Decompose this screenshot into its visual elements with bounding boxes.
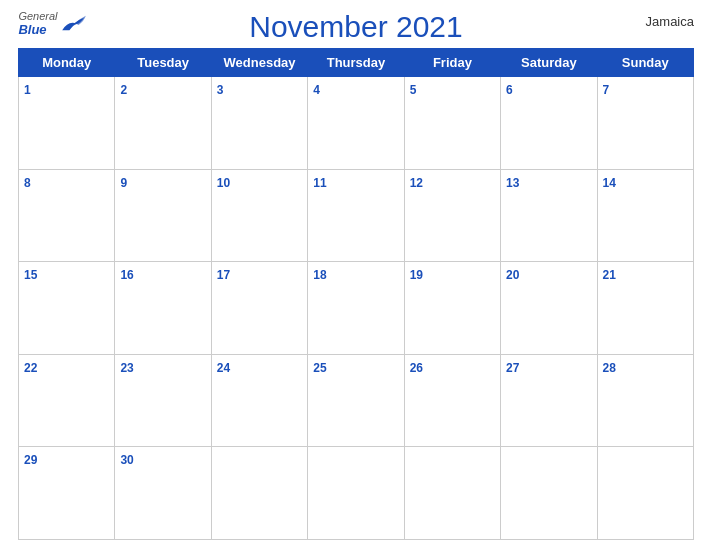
calendar-cell: 7 [597,77,693,170]
day-number: 10 [217,176,230,190]
weekday-header-saturday: Saturday [501,49,597,77]
day-number: 7 [603,83,610,97]
calendar-cell: 29 [19,447,115,540]
calendar-cell: 18 [308,262,404,355]
weekday-header-friday: Friday [404,49,500,77]
logo-blue-text: Blue [18,22,57,37]
weekday-header-tuesday: Tuesday [115,49,211,77]
day-number: 30 [120,453,133,467]
calendar-cell: 1 [19,77,115,170]
country-label: Jamaica [646,14,694,29]
calendar-cell: 12 [404,169,500,262]
calendar-cell: 3 [211,77,307,170]
day-number: 29 [24,453,37,467]
day-number: 6 [506,83,513,97]
calendar-cell [211,447,307,540]
calendar-cell: 16 [115,262,211,355]
weekday-header-thursday: Thursday [308,49,404,77]
calendar-cell: 9 [115,169,211,262]
day-number: 23 [120,361,133,375]
calendar-cell: 23 [115,354,211,447]
day-number: 12 [410,176,423,190]
day-number: 1 [24,83,31,97]
day-number: 2 [120,83,127,97]
day-number: 17 [217,268,230,282]
calendar-cell: 27 [501,354,597,447]
logo: General Blue [18,10,88,37]
calendar-cell: 21 [597,262,693,355]
day-number: 8 [24,176,31,190]
calendar-table: MondayTuesdayWednesdayThursdayFridaySatu… [18,48,694,540]
day-number: 25 [313,361,326,375]
week-row-5: 2930 [19,447,694,540]
calendar-cell: 30 [115,447,211,540]
day-number: 14 [603,176,616,190]
day-number: 21 [603,268,616,282]
weekday-header-sunday: Sunday [597,49,693,77]
day-number: 22 [24,361,37,375]
calendar-cell: 14 [597,169,693,262]
day-number: 13 [506,176,519,190]
day-number: 4 [313,83,320,97]
day-number: 19 [410,268,423,282]
calendar-cell: 11 [308,169,404,262]
calendar-cell [404,447,500,540]
day-number: 3 [217,83,224,97]
calendar-cell [501,447,597,540]
day-number: 11 [313,176,326,190]
calendar-cell: 5 [404,77,500,170]
day-number: 20 [506,268,519,282]
weekday-header-row: MondayTuesdayWednesdayThursdayFridaySatu… [19,49,694,77]
day-number: 26 [410,361,423,375]
day-number: 27 [506,361,519,375]
day-number: 16 [120,268,133,282]
month-title: November 2021 [249,10,462,44]
calendar-cell: 4 [308,77,404,170]
calendar-cell: 26 [404,354,500,447]
week-row-2: 891011121314 [19,169,694,262]
week-row-3: 15161718192021 [19,262,694,355]
calendar-cell [308,447,404,540]
week-row-4: 22232425262728 [19,354,694,447]
calendar-cell: 19 [404,262,500,355]
logo-general-text: General [18,10,57,22]
calendar-cell: 13 [501,169,597,262]
calendar-cell: 2 [115,77,211,170]
calendar-header: General Blue November 2021 Jamaica [18,10,694,44]
logo-bird-icon [60,14,88,34]
calendar-cell: 24 [211,354,307,447]
day-number: 9 [120,176,127,190]
weekday-header-wednesday: Wednesday [211,49,307,77]
calendar-cell: 6 [501,77,597,170]
weekday-header-monday: Monday [19,49,115,77]
day-number: 28 [603,361,616,375]
calendar-cell: 25 [308,354,404,447]
calendar-cell: 15 [19,262,115,355]
calendar-cell: 28 [597,354,693,447]
calendar-cell: 17 [211,262,307,355]
day-number: 24 [217,361,230,375]
day-number: 18 [313,268,326,282]
calendar-cell: 22 [19,354,115,447]
day-number: 15 [24,268,37,282]
calendar-cell: 10 [211,169,307,262]
week-row-1: 1234567 [19,77,694,170]
calendar-cell [597,447,693,540]
calendar-cell: 20 [501,262,597,355]
calendar-cell: 8 [19,169,115,262]
day-number: 5 [410,83,417,97]
